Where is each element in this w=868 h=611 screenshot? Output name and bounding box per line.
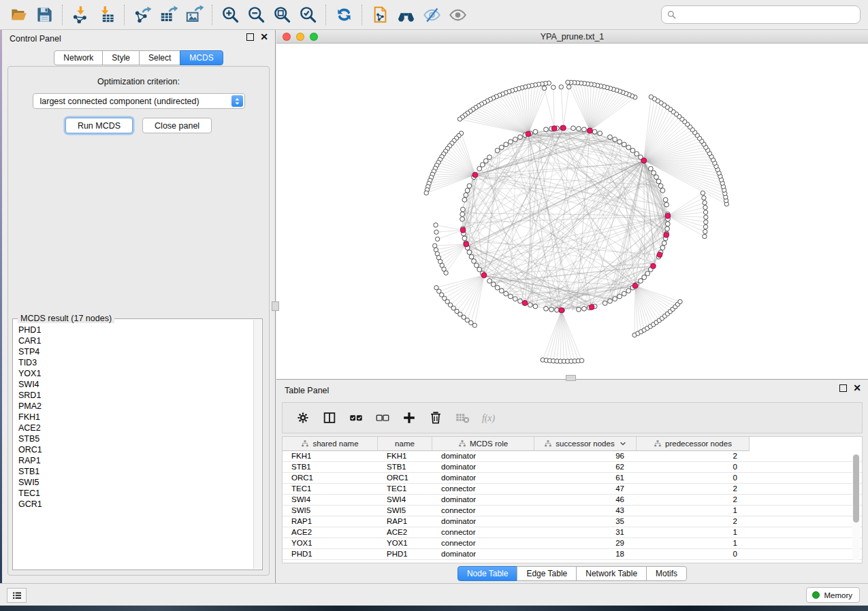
save-session-button[interactable] <box>31 3 57 27</box>
close-panel-button[interactable]: Close panel <box>142 118 212 133</box>
open-session-button[interactable] <box>5 3 31 27</box>
mcds-result-item[interactable]: ORC1 <box>14 444 253 455</box>
cell-predecessors: 2 <box>637 451 750 461</box>
cell-name: YOX1 <box>378 538 432 548</box>
export-network-button[interactable] <box>129 3 155 27</box>
mcds-result-item[interactable]: CAR1 <box>14 335 253 346</box>
export-image-button[interactable] <box>181 3 207 27</box>
zoom-in-button[interactable] <box>217 3 243 27</box>
attribute-tree-icon <box>544 440 552 448</box>
column-header-MCDS-role[interactable]: MCDS role <box>432 437 534 451</box>
mcds-result-item[interactable]: SRD1 <box>14 390 253 401</box>
tab-select[interactable]: Select <box>139 50 180 65</box>
import-table-button[interactable] <box>93 3 119 27</box>
minimize-window-icon[interactable] <box>296 33 304 41</box>
tab-edge-table[interactable]: Edge Table <box>517 566 577 581</box>
column-header-successor-nodes[interactable]: successor nodes <box>534 437 637 451</box>
export-table-icon <box>159 5 178 24</box>
table-row[interactable]: ORC1ORC1dominator610 <box>283 473 862 484</box>
zoom-out-button[interactable] <box>243 3 269 27</box>
table-row[interactable]: FKH1FKH1dominator962 <box>283 451 862 462</box>
mcds-result-item[interactable]: PHD1 <box>14 325 253 335</box>
hide-details-button[interactable] <box>419 3 445 27</box>
table-row[interactable]: YOX1YOX1connector291 <box>283 538 862 549</box>
cell-successors: 29 <box>534 538 637 548</box>
unselect-all-button[interactable] <box>372 407 393 429</box>
cell-name: STB1 <box>378 462 432 472</box>
zoom-fit-button[interactable] <box>269 3 295 27</box>
mcds-result-item[interactable]: YOX1 <box>14 368 253 379</box>
tab-style[interactable]: Style <box>102 50 140 65</box>
select-all-button[interactable] <box>345 407 367 429</box>
mcds-result-item[interactable]: SWI5 <box>14 477 253 488</box>
close-table-panel-icon[interactable]: ✕ <box>853 384 861 392</box>
table-row[interactable]: SWI5SWI5connector431 <box>283 506 862 516</box>
network-window-titlebar[interactable]: YPA_prune.txt_1 <box>276 30 868 44</box>
table-row[interactable]: STB1STB1dominator620 <box>283 462 862 473</box>
close-window-icon[interactable] <box>283 33 291 41</box>
table-row[interactable]: TEC1TEC1connector472 <box>283 484 862 495</box>
column-header-predecessor-nodes[interactable]: predecessor nodes <box>637 437 750 451</box>
gear-button[interactable] <box>292 407 314 429</box>
table-toolbar: f(x) <box>282 402 863 433</box>
mcds-result-item[interactable]: PMA2 <box>14 401 253 412</box>
zoom-selected-button[interactable] <box>295 3 321 27</box>
float-table-panel-icon[interactable] <box>839 384 847 392</box>
network-canvas[interactable] <box>276 44 868 379</box>
add-column-button[interactable] <box>398 407 420 429</box>
optimization-criterion-label: Optimization criterion: <box>8 77 269 86</box>
task-history-button[interactable] <box>7 588 27 603</box>
tab-network[interactable]: Network <box>54 50 103 65</box>
mcds-result-item[interactable]: STP4 <box>14 346 253 357</box>
tab-mcds[interactable]: MCDS <box>180 50 223 65</box>
optimization-criterion-select[interactable]: largest connected component (undirected) <box>33 93 245 109</box>
tab-node-table[interactable]: Node Table <box>457 566 518 581</box>
zoom-window-icon[interactable] <box>310 33 318 41</box>
tab-motifs[interactable]: Motifs <box>646 566 687 581</box>
import-network-button[interactable] <box>67 3 93 27</box>
search-binoculars-button[interactable] <box>393 3 419 27</box>
mcds-result-item[interactable]: STB1 <box>14 466 253 477</box>
control-panel: Control Panel ✕ NetworkStyleSelectMCDS O… <box>2 30 276 583</box>
run-mcds-button[interactable]: Run MCDS <box>65 118 133 133</box>
table-row[interactable]: RAP1RAP1dominator352 <box>283 516 862 527</box>
cell-role: dominator <box>432 495 534 505</box>
mcds-result-item[interactable]: TEC1 <box>14 488 253 499</box>
mcds-result-item[interactable]: GCR1 <box>14 499 253 510</box>
cell-role: dominator <box>432 451 534 461</box>
search-box[interactable] <box>661 5 861 24</box>
cell-shared_name: SWI4 <box>283 495 378 505</box>
mcds-result-item[interactable]: RAP1 <box>14 455 253 466</box>
mcds-result-item[interactable]: SWI4 <box>14 379 253 390</box>
cell-predecessors: 2 <box>637 495 750 505</box>
horizontal-splitter-handle[interactable] <box>566 375 576 381</box>
attribute-tree-icon <box>654 440 662 448</box>
delete-column-button[interactable] <box>425 407 447 429</box>
mcds-result-item[interactable]: STB5 <box>14 433 253 444</box>
column-split-button[interactable] <box>319 407 340 429</box>
search-input[interactable] <box>677 8 860 22</box>
table-row[interactable]: PHD1PHD1dominator180 <box>283 549 862 560</box>
tab-network-table[interactable]: Network Table <box>576 566 647 581</box>
network-from-selection-button[interactable] <box>367 3 393 27</box>
refresh-button[interactable] <box>331 3 357 27</box>
mcds-result-item[interactable]: ACE2 <box>14 423 253 433</box>
memory-button[interactable]: Memory <box>806 587 860 603</box>
show-details-button[interactable] <box>445 3 470 27</box>
cell-role: dominator <box>432 473 534 483</box>
mcds-list-scrollbar[interactable] <box>253 320 261 569</box>
table-row[interactable]: SWI4SWI4dominator462 <box>283 495 862 506</box>
close-panel-icon[interactable]: ✕ <box>260 33 268 41</box>
table-row[interactable]: ACE2ACE2connector311 <box>283 527 862 538</box>
add-column-icon <box>402 410 417 425</box>
table-scrollbar-thumb[interactable] <box>853 455 859 523</box>
mcds-result-item[interactable]: TID3 <box>14 357 253 368</box>
column-header-shared-name[interactable]: shared name <box>283 437 378 451</box>
export-table-button[interactable] <box>155 3 181 27</box>
mcds-result-item[interactable]: FKH1 <box>14 412 253 423</box>
cell-shared_name: YOX1 <box>283 538 378 548</box>
float-panel-icon[interactable] <box>246 33 254 41</box>
table-scrollbar[interactable] <box>852 453 860 561</box>
column-header-name[interactable]: name <box>378 437 432 451</box>
vertical-splitter-handle[interactable] <box>272 301 279 311</box>
